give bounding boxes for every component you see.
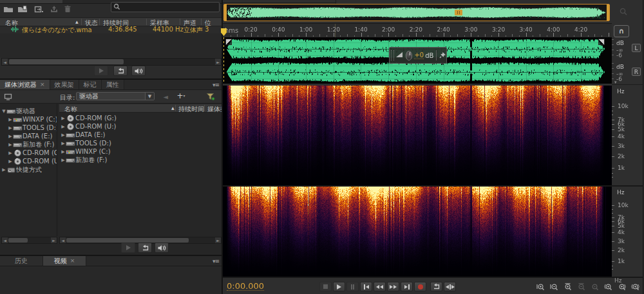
sort-ascending-icon[interactable]: ▲ <box>171 106 175 110</box>
stop-button[interactable] <box>319 282 332 291</box>
column-header[interactable]: 持续时间 <box>178 105 204 114</box>
chevron-right-icon[interactable]: ▶ <box>61 141 66 146</box>
files-empty-area[interactable] <box>0 33 222 57</box>
column-header[interactable]: 名称 <box>64 105 77 114</box>
loop-button[interactable] <box>138 243 152 253</box>
overview-range-bar[interactable] <box>223 4 610 21</box>
open-folder-icon[interactable] <box>3 5 14 14</box>
overview-zoom-icon[interactable] <box>619 7 628 17</box>
chevron-right-icon[interactable]: ▶ <box>8 151 13 156</box>
media-list-header[interactable]: 名称持续时间媒体类型▲ <box>59 104 222 113</box>
tree-item[interactable]: ▶WINXP (C:) <box>8 115 57 124</box>
tree-item[interactable]: ▶新加卷 (F:) <box>8 140 57 149</box>
tab-视频[interactable]: 视频× <box>43 256 86 266</box>
tab-属性[interactable]: 属性 <box>102 80 124 89</box>
scroll-left-arrow[interactable]: ◄ <box>2 59 8 65</box>
list-row[interactable]: ▶CD-ROM (U:) <box>61 122 220 131</box>
directory-dropdown[interactable]: 驱动器 ▼ <box>76 92 155 100</box>
zoom-in-inpoint-button[interactable] <box>602 282 614 291</box>
overview-waveform[interactable] <box>224 5 609 21</box>
chevron-right-icon[interactable]: ▶ <box>61 158 66 163</box>
time-display[interactable]: 0:00.000 <box>227 282 264 291</box>
scroll-thumb[interactable] <box>66 238 189 243</box>
list-row[interactable]: ▶TOOLS (D:) <box>61 139 220 147</box>
scroll-thumb[interactable] <box>8 238 28 243</box>
chevron-right-icon[interactable]: ▶ <box>61 116 66 121</box>
tree-item[interactable]: ▼驱动器 <box>1 107 57 115</box>
tab-媒体浏览器[interactable]: 媒体浏览器× <box>0 80 50 89</box>
pause-button[interactable] <box>346 282 359 291</box>
export-icon[interactable] <box>49 5 59 14</box>
pin-icon[interactable] <box>439 51 446 60</box>
tab-标记[interactable]: 标记 <box>79 80 102 89</box>
zoom-out-amplitude-button[interactable] <box>575 282 587 291</box>
close-icon[interactable]: × <box>70 258 75 264</box>
sort-ascending-icon[interactable]: ▲ <box>75 19 79 24</box>
chevron-right-icon[interactable]: ▶ <box>8 134 13 139</box>
tab-历史[interactable]: 历史 <box>0 256 43 266</box>
play-button[interactable] <box>333 282 345 291</box>
chevron-right-icon[interactable]: ▶ <box>8 142 13 147</box>
snap-magnet-button[interactable]: ∩ <box>614 25 629 37</box>
search-input[interactable] <box>120 3 213 11</box>
panel-menu-icon[interactable]: ▾≡ <box>213 258 219 264</box>
tree-item[interactable]: ▶DATA (E:) <box>8 132 57 140</box>
range-handle-left[interactable] <box>224 5 227 21</box>
chevron-right-icon[interactable]: ▶ <box>1 167 6 172</box>
go-to-start-button[interactable] <box>360 282 372 291</box>
go-to-end-button[interactable] <box>401 282 413 291</box>
media-list[interactable]: 名称持续时间媒体类型▲▶CD-ROM (G:)▶CD-ROM (U:)▶DATA… <box>59 104 222 236</box>
search-box[interactable] <box>111 2 220 12</box>
hud-grip[interactable] <box>391 50 394 60</box>
file-row[interactable]: 僕らは今のなかで.wma4:36.84544100 Hz立体声3 <box>0 25 222 33</box>
gain-value[interactable]: +0 <box>414 51 424 59</box>
import-file-icon[interactable] <box>17 5 28 14</box>
tree-item[interactable]: ▶TOOLS (D:) <box>8 124 57 132</box>
spectrogram-right[interactable] <box>223 187 612 277</box>
zoom-in-amplitude-button[interactable] <box>562 282 573 291</box>
chevron-right-icon[interactable]: ▶ <box>8 117 13 122</box>
tab-效果架[interactable]: 效果架 <box>50 80 79 89</box>
skip-mode-button[interactable] <box>444 282 456 291</box>
scale-collapse-icon[interactable]: ▾ <box>614 80 617 85</box>
chevron-right-icon[interactable]: ▶ <box>8 159 13 164</box>
tree-item[interactable]: ▶CD-ROM (U:) <box>8 157 57 165</box>
list-row[interactable]: ▶新加卷 (F:) <box>61 156 220 164</box>
zoom-out-button[interactable] <box>548 282 560 291</box>
rewind-button[interactable] <box>374 282 386 291</box>
range-grip[interactable] <box>455 10 462 15</box>
chevron-right-icon[interactable]: ▶ <box>61 124 66 129</box>
zoom-reset-button[interactable] <box>589 282 600 291</box>
chevron-right-icon[interactable]: ▶ <box>8 125 13 131</box>
files-active-tab-remnant[interactable] <box>0 0 62 3</box>
loop-button[interactable] <box>113 66 128 76</box>
panel-menu-icon[interactable]: ▾≡ <box>213 82 219 88</box>
fade-in-handle[interactable] <box>225 39 232 45</box>
gain-knob[interactable] <box>406 51 412 60</box>
dropdown-arrow-icon[interactable]: ▼ <box>145 93 154 100</box>
column-header[interactable]: 媒体类型 <box>207 105 222 114</box>
new-item-icon[interactable] <box>33 5 44 14</box>
auto-play-button[interactable] <box>131 66 146 76</box>
range-handle-right[interactable] <box>607 5 609 21</box>
zoom-selection-button[interactable] <box>629 282 641 291</box>
list-row[interactable]: ▶DATA (E:) <box>61 131 220 139</box>
drive-tree[interactable]: ▼驱动器▶WINXP (C:)▶TOOLS (D:)▶DATA (E:)▶新加卷… <box>0 104 57 236</box>
timeline-ruler[interactable]: hms 0:200:401:001:201:402:002:202:403:00… <box>223 23 612 38</box>
fade-out-handle[interactable] <box>598 39 605 45</box>
tree-item[interactable]: ▶快捷方式 <box>1 165 57 174</box>
chevron-right-icon[interactable]: ▶ <box>61 149 66 154</box>
fast-forward-button[interactable] <box>387 282 399 291</box>
spectrogram-left[interactable] <box>223 86 612 185</box>
scroll-right-arrow[interactable]: ► <box>215 59 221 65</box>
channel-button-L[interactable]: L <box>632 44 641 52</box>
filter-icon[interactable] <box>205 92 216 102</box>
play-button[interactable] <box>94 66 108 76</box>
display-icon[interactable] <box>3 92 14 102</box>
delete-icon[interactable] <box>63 5 72 14</box>
loop-button[interactable] <box>430 282 442 291</box>
chevron-right-icon[interactable]: ▶ <box>61 133 66 138</box>
list-row[interactable]: ▶WINXP (C:) <box>61 147 220 156</box>
zoom-in-button[interactable] <box>535 282 546 291</box>
list-row[interactable]: ▶CD-ROM (G:) <box>61 114 220 122</box>
